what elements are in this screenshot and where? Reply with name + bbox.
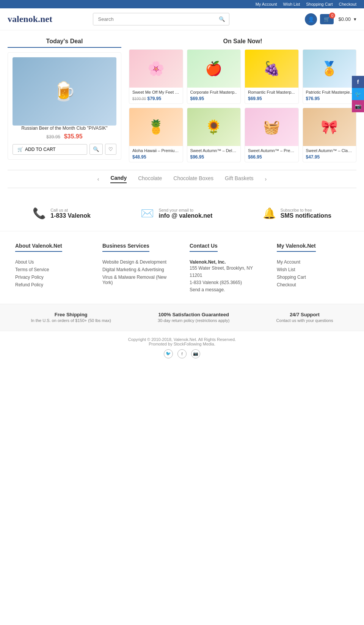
product-name: Sweet Autumn™ – Prem...	[248, 148, 295, 153]
tab-chocolate[interactable]: Chocolate	[138, 175, 162, 183]
product-image: 🌻	[187, 108, 241, 146]
cart-dropdown-icon[interactable]: ▾	[354, 16, 356, 22]
footer-myaccount-link[interactable]: My Account	[277, 259, 300, 265]
deal-old-price: $39.95	[46, 134, 60, 140]
add-to-cart-button[interactable]: 🛒 ADD TO CART	[13, 144, 87, 155]
phone-label: Call us at	[50, 208, 91, 212]
email-contact-item: ✉️ Send your email to info @ valenok.net	[141, 207, 212, 220]
cart-icon: 🛒	[324, 16, 330, 22]
footer-checkout-link[interactable]: Checkout	[277, 282, 296, 287]
about-us-link[interactable]: About Us	[15, 259, 34, 265]
myaccount-links-list: My Account Wish List Shopping Cart Check…	[277, 259, 349, 287]
about-title: About Valenok.Net	[15, 243, 62, 252]
shopping-cart-link[interactable]: Shopping Cart	[306, 2, 333, 6]
product-price: $100.00 $79.95	[132, 96, 180, 101]
category-tabs: ‹ Candy Chocolate Chocolate Boxes Gift B…	[8, 170, 356, 188]
todays-deal-title: Today's Deal	[8, 38, 121, 48]
cart-button[interactable]: 🛒 0	[320, 14, 334, 24]
email-icon: ✉️	[141, 207, 154, 220]
product-card[interactable]: 🍇 Romantic Fruit Masterp... $69.95	[245, 49, 299, 104]
deal-price: $39.95 $35.95	[13, 133, 116, 140]
tab-gift-baskets[interactable]: Gift Baskets	[225, 175, 253, 183]
tab-chocolate-boxes[interactable]: Chocolate Boxes	[173, 175, 213, 183]
site-logo[interactable]: valenok.net	[8, 14, 52, 24]
product-info: Patriotic Fruit Masterpie.. $76.95	[303, 88, 356, 104]
cart-badge: 0	[329, 13, 335, 19]
phone-contact-item: 📞 Call us at 1-833 Valenok	[33, 207, 91, 220]
product-new-price: $69.95	[248, 96, 262, 101]
digital-marketing-link[interactable]: Digital Marketing & Advertising	[102, 267, 164, 272]
product-card[interactable]: 🍍 Aloha Hawaii – Premium.. $48.95	[129, 108, 183, 162]
shipping-title: Free Shipping	[31, 312, 111, 317]
product-new-price: $66.95	[248, 154, 262, 160]
product-price: $47.95	[306, 154, 353, 160]
web-design-link[interactable]: Website Design & Development	[102, 259, 166, 265]
email-contact-text: Send your email to info @ valenok.net	[158, 208, 212, 219]
product-info: Sweet Me Off My Feet – ... $100.00 $79.9…	[129, 88, 183, 104]
deal-product-name: Russian Beer of the Month Club "PIVASIK"	[13, 126, 116, 131]
deal-actions: 🛒 ADD TO CART 🔍 ♡	[13, 144, 116, 155]
product-price: $96.95	[190, 154, 238, 160]
search-input[interactable]	[93, 13, 215, 25]
product-info: Sweet Autumn™ – Class.. $47.95	[303, 146, 356, 162]
footer-cart-link[interactable]: Shopping Cart	[277, 275, 306, 280]
add-cart-label: ADD TO CART	[25, 147, 56, 152]
email-address[interactable]: info @ valenok.net	[158, 212, 212, 219]
footer-contact-col: Contact Us Valenok.Net, Inc. 155 Water S…	[190, 243, 262, 292]
twitter-button[interactable]: 🐦	[352, 88, 364, 100]
search-product-button[interactable]: 🔍	[89, 144, 103, 155]
terms-link[interactable]: Terms of Service	[15, 267, 49, 272]
product-image: 🏅	[303, 50, 356, 88]
refund-link[interactable]: Refund Policy	[15, 282, 43, 287]
main-content: Today's Deal 🍺 Russian Beer of the Month…	[0, 30, 364, 196]
product-card[interactable]: 🧺 Sweet Autumn™ – Prem... $66.95	[245, 108, 299, 162]
wishlist-button[interactable]: ♡	[105, 144, 116, 155]
phone-number[interactable]: 1-833 Valenok	[50, 212, 91, 219]
virus-removal-link[interactable]: Virus & Malware Removal (New York)	[102, 275, 166, 285]
send-message-link[interactable]: Send a message.	[190, 287, 225, 292]
product-image: 🍍	[129, 108, 183, 146]
product-price: $76.95	[306, 96, 353, 101]
cart-price: $0.00	[338, 16, 351, 22]
sms-value[interactable]: SMS notifications	[281, 212, 331, 219]
product-card[interactable]: 🍎 Corporate Fruit Masterp.. $69.95	[187, 49, 241, 104]
product-info: Romantic Fruit Masterp... $69.95	[245, 88, 298, 104]
my-account-link[interactable]: My Account	[256, 2, 277, 6]
product-info: Corporate Fruit Masterp.. $69.95	[187, 88, 241, 104]
support-desc: Contact us with your questions	[276, 318, 333, 323]
product-card[interactable]: 🏅 Patriotic Fruit Masterpie.. $76.95	[303, 49, 357, 104]
tab-candy[interactable]: Candy	[110, 175, 127, 183]
feature-satisfaction: 100% Satisfaction Guaranteed 30-day retu…	[158, 312, 230, 323]
sms-icon: 🔔	[263, 207, 276, 220]
product-name: Sweet Autumn™ – Delu...	[190, 148, 238, 153]
product-card[interactable]: 🌻 Sweet Autumn™ – Delu... $96.95	[187, 108, 241, 162]
product-new-price: $96.95	[190, 154, 204, 160]
feature-shipping: Free Shipping In the U.S. on orders of $…	[31, 312, 111, 323]
product-card[interactable]: 🎀 Sweet Autumn™ – Class.. $47.95	[303, 108, 357, 162]
copyright-section: Copyright © 2010-2018, Valenok.Net. All …	[0, 331, 364, 364]
checkout-link[interactable]: Checkout	[339, 2, 356, 6]
instagram-button[interactable]: 📷	[352, 100, 364, 112]
deals-grid: Today's Deal 🍺 Russian Beer of the Month…	[8, 38, 356, 162]
bottom-features: Free Shipping In the U.S. on orders of $…	[0, 304, 364, 331]
privacy-link[interactable]: Privacy Policy	[15, 275, 44, 280]
product-image: 🧺	[245, 108, 298, 146]
contact-title: Contact Us	[190, 243, 218, 252]
search-form: 🔍	[93, 13, 229, 25]
tab-prev-arrow[interactable]: ‹	[97, 176, 99, 182]
footer-twitter-icon[interactable]: 🐦	[164, 349, 173, 358]
on-sale-section: On Sale Now! 🌸 Sweet Me Off My Feet – ..…	[129, 38, 356, 162]
footer-instagram-icon[interactable]: 📷	[191, 349, 200, 358]
contact-bar: 📞 Call us at 1-833 Valenok ✉️ Send your …	[0, 196, 364, 231]
wish-list-link[interactable]: Wish List	[283, 2, 300, 6]
footer-facebook-icon[interactable]: f	[177, 349, 187, 358]
product-price: $48.95	[132, 154, 180, 160]
search-button[interactable]: 🔍	[215, 13, 229, 25]
footer-wishlist-link[interactable]: Wish List	[277, 267, 295, 272]
tab-next-arrow[interactable]: ›	[265, 176, 267, 182]
facebook-button[interactable]: f	[352, 76, 364, 88]
account-button[interactable]: 👤	[305, 13, 317, 25]
product-image: 🍇	[245, 50, 298, 88]
header-right: 👤 🛒 0 $0.00 ▾	[305, 13, 356, 25]
product-card[interactable]: 🌸 Sweet Me Off My Feet – ... $100.00 $79…	[129, 49, 183, 104]
